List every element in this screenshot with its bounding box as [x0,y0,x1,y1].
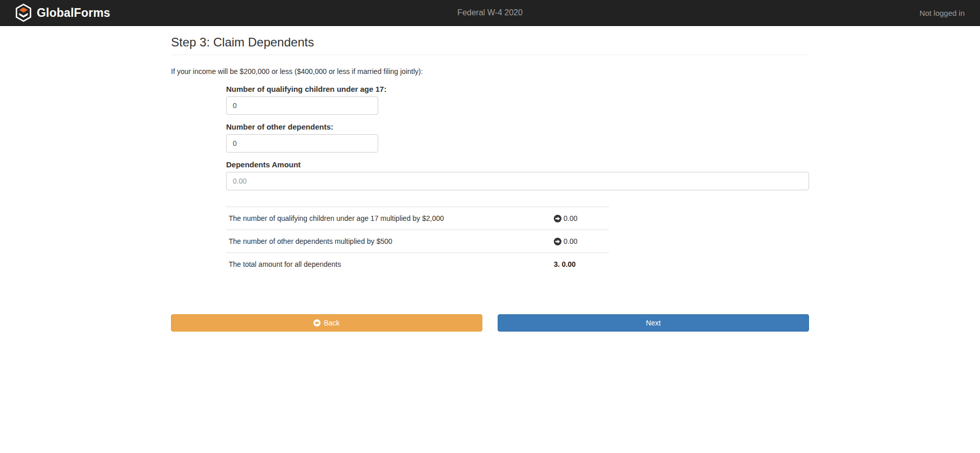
summary-row-other: The number of other dependents multiplie… [226,230,609,253]
brand-name: GlobalForms [37,6,110,20]
intro-text: If your income will be $200,000 or less … [171,67,809,76]
back-button[interactable]: Back [171,314,482,332]
back-button-label: Back [324,319,339,327]
summary-row-label: The total amount for all dependents [229,260,554,268]
qualifying-children-group: Number of qualifying children under age … [226,85,809,115]
other-dependents-group: Number of other dependents: [226,122,809,153]
page-title: Step 3: Claim Dependents [171,35,809,49]
summary-row-value-wrap: 0.00 [554,214,606,222]
qualifying-children-input[interactable] [226,96,378,115]
navbar: GlobalForms Federal W-4 2020 Not logged … [0,0,980,26]
summary-row-value-wrap: 3. 0.00 [554,260,606,268]
summary-row-value: 0.00 [564,237,577,245]
qualifying-children-label: Number of qualifying children under age … [226,85,809,93]
dependents-amount-label: Dependents Amount [226,160,809,169]
brand[interactable]: GlobalForms [15,4,110,22]
summary-row-value-wrap: 0.00 [554,237,606,245]
other-dependents-input[interactable] [226,134,378,153]
dependents-amount-input[interactable] [226,172,809,190]
next-button[interactable]: Next [498,314,809,332]
summary-row-children: The number of qualifying children under … [226,207,609,230]
summary-row-label: The number of other dependents multiplie… [229,237,554,245]
summary-row-label: The number of qualifying children under … [229,214,554,222]
other-dependents-label: Number of other dependents: [226,122,809,131]
arrow-circle-right-icon [554,215,561,222]
dependents-summary: The number of qualifying children under … [226,207,609,275]
dependents-amount-group: Dependents Amount [226,160,809,190]
summary-row-value: 3. 0.00 [554,260,576,268]
login-status: Not logged in [920,9,965,17]
globalforms-logo-icon [15,4,32,22]
arrow-circle-left-icon [313,319,321,326]
summary-row-total: The total amount for all dependents 3. 0… [226,253,609,275]
summary-row-value: 0.00 [564,214,577,222]
dependents-form: Number of qualifying children under age … [226,85,809,275]
next-button-label: Next [646,319,661,327]
form-title: Federal W-4 2020 [0,8,980,17]
navigation-buttons: Back Next [171,314,809,332]
heading-divider [171,55,809,55]
main-content: Step 3: Claim Dependents If your income … [171,26,809,332]
arrow-circle-right-icon [554,238,561,245]
